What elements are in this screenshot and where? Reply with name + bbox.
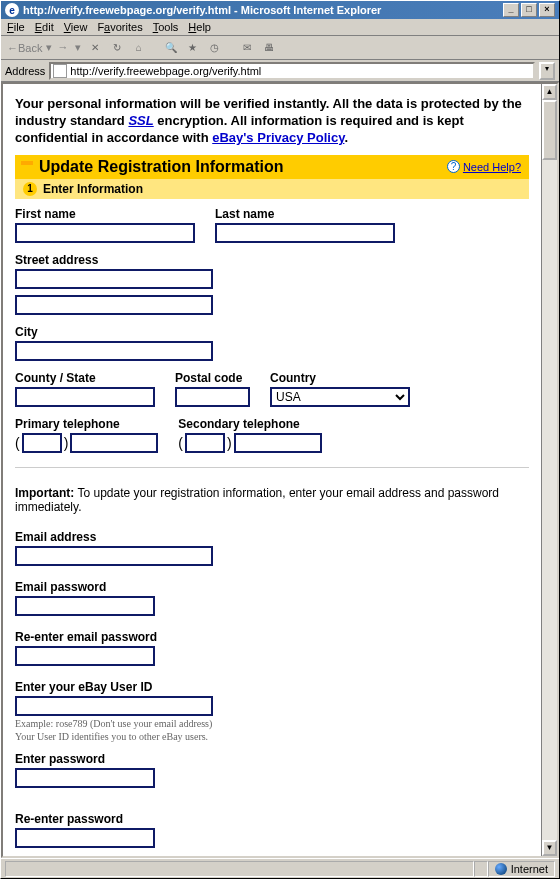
menu-tools[interactable]: Tools bbox=[153, 21, 179, 33]
separator bbox=[15, 467, 529, 468]
country-label: Country bbox=[270, 371, 410, 385]
content-area: Your personal information will be verifi… bbox=[1, 82, 559, 858]
menu-favorites[interactable]: Favorites bbox=[97, 21, 142, 33]
url-input[interactable]: http://verify.freewebpage.org/verify.htm… bbox=[49, 62, 535, 80]
email-pw-label: Email password bbox=[15, 580, 529, 594]
last-name-label: Last name bbox=[215, 207, 395, 221]
zone-label: Internet bbox=[511, 863, 548, 875]
street-input-2[interactable] bbox=[15, 295, 213, 315]
userid-input[interactable] bbox=[15, 696, 213, 716]
search-icon[interactable]: 🔍 bbox=[163, 40, 179, 56]
minimize-button[interactable]: _ bbox=[503, 3, 519, 17]
userid-hint-1: Example: rose789 (Don't use your email a… bbox=[15, 718, 529, 729]
window-title: http://verify.freewebpage.org/verify.htm… bbox=[23, 4, 381, 16]
postal-input[interactable] bbox=[175, 387, 250, 407]
email-password2-input[interactable] bbox=[15, 646, 155, 666]
userid-hint-2: Your User ID identifies you to other eBa… bbox=[15, 731, 529, 742]
page-icon bbox=[53, 64, 67, 78]
mail-icon[interactable]: ✉ bbox=[239, 40, 255, 56]
menu-help[interactable]: Help bbox=[188, 21, 211, 33]
section-header: Update Registration Information ? Need H… bbox=[15, 155, 529, 179]
section-title: Update Registration Information bbox=[39, 158, 283, 176]
county-input[interactable] bbox=[15, 387, 155, 407]
restore-button[interactable]: □ bbox=[521, 3, 537, 17]
vertical-scrollbar[interactable]: ▲ ▼ bbox=[541, 84, 557, 856]
step-header: 1 Enter Information bbox=[15, 179, 529, 199]
refresh-icon[interactable]: ↻ bbox=[109, 40, 125, 56]
statusbar: Internet bbox=[1, 858, 559, 878]
password-input[interactable] bbox=[15, 768, 155, 788]
password2-input[interactable] bbox=[15, 828, 155, 848]
first-name-label: First name bbox=[15, 207, 195, 221]
scroll-down-arrow[interactable]: ▼ bbox=[542, 840, 557, 856]
county-label: County / State bbox=[15, 371, 155, 385]
country-select[interactable]: USA bbox=[270, 387, 410, 407]
userid-label: Enter your eBay User ID bbox=[15, 680, 529, 694]
step-label: Enter Information bbox=[43, 182, 143, 196]
back-button[interactable]: ← Back ▾ bbox=[7, 41, 52, 54]
scroll-thumb[interactable] bbox=[542, 100, 557, 160]
need-help-link[interactable]: Need Help? bbox=[463, 161, 521, 173]
email-password-input[interactable] bbox=[15, 596, 155, 616]
ssl-link[interactable]: SSL bbox=[128, 113, 153, 128]
browser-window: e http://verify.freewebpage.org/verify.h… bbox=[0, 0, 560, 879]
postal-label: Postal code bbox=[175, 371, 250, 385]
url-text: http://verify.freewebpage.org/verify.htm… bbox=[70, 65, 261, 77]
city-label: City bbox=[15, 325, 529, 339]
step-number: 1 bbox=[23, 182, 37, 196]
globe-icon bbox=[495, 863, 507, 875]
primary-phone-area[interactable] bbox=[22, 433, 62, 453]
menubar: File Edit View Favorites Tools Help bbox=[1, 19, 559, 36]
street-label: Street address bbox=[15, 253, 529, 267]
secondary-phone-number[interactable] bbox=[234, 433, 322, 453]
menu-view[interactable]: View bbox=[64, 21, 88, 33]
scroll-up-arrow[interactable]: ▲ bbox=[542, 84, 557, 100]
print-icon[interactable]: 🖶 bbox=[261, 40, 277, 56]
help-icon: ? bbox=[447, 160, 460, 173]
email-pw2-label: Re-enter email password bbox=[15, 630, 529, 644]
url-dropdown[interactable]: ▾ bbox=[539, 62, 555, 80]
close-button[interactable]: × bbox=[539, 3, 555, 17]
primary-phone-label: Primary telephone bbox=[15, 417, 158, 431]
stop-icon[interactable]: ✕ bbox=[87, 40, 103, 56]
primary-phone-number[interactable] bbox=[70, 433, 158, 453]
forward-button[interactable]: → ▾ bbox=[58, 41, 81, 54]
home-icon[interactable]: ⌂ bbox=[131, 40, 147, 56]
street-input-1[interactable] bbox=[15, 269, 213, 289]
secondary-phone-area[interactable] bbox=[185, 433, 225, 453]
important-note: Important: To update your registration i… bbox=[15, 486, 529, 514]
favorites-icon[interactable]: ★ bbox=[185, 40, 201, 56]
addressbar: Address http://verify.freewebpage.org/ve… bbox=[1, 60, 559, 82]
intro-text: Your personal information will be verifi… bbox=[15, 96, 529, 147]
menu-edit[interactable]: Edit bbox=[35, 21, 54, 33]
email-label: Email address bbox=[15, 530, 529, 544]
toolbar: ← Back ▾ → ▾ ✕ ↻ ⌂ 🔍 ★ ◷ ✉ 🖶 bbox=[1, 36, 559, 60]
scroll-track[interactable] bbox=[542, 160, 557, 840]
privacy-policy-link[interactable]: eBay's Privacy Policy bbox=[212, 130, 344, 145]
password2-label: Re-enter password bbox=[15, 812, 529, 826]
first-name-input[interactable] bbox=[15, 223, 195, 243]
city-input[interactable] bbox=[15, 341, 213, 361]
password-label: Enter password bbox=[15, 752, 529, 766]
menu-file[interactable]: File bbox=[7, 21, 25, 33]
history-icon[interactable]: ◷ bbox=[207, 40, 223, 56]
titlebar: e http://verify.freewebpage.org/verify.h… bbox=[1, 1, 559, 19]
ie-icon: e bbox=[5, 3, 19, 17]
email-input[interactable] bbox=[15, 546, 213, 566]
last-name-input[interactable] bbox=[215, 223, 395, 243]
secondary-phone-label: Secondary telephone bbox=[178, 417, 321, 431]
address-label: Address bbox=[5, 65, 45, 77]
